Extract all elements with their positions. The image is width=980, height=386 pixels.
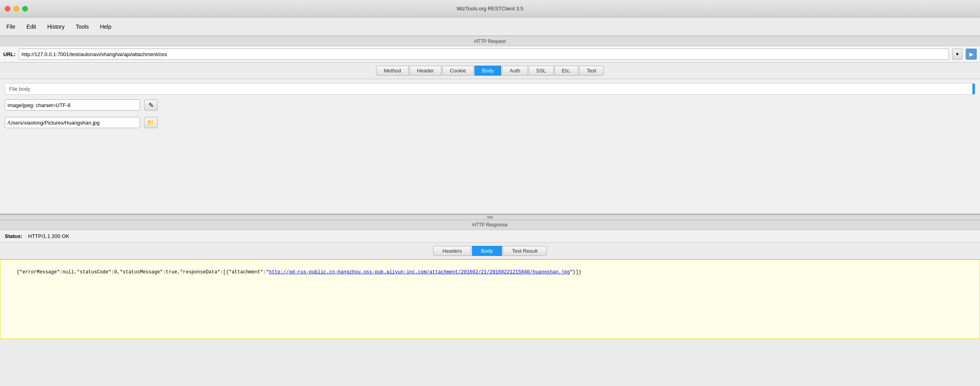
resize-divider[interactable] [0,214,980,220]
tab-etc[interactable]: Etc. [554,66,578,76]
tab-body[interactable]: Body [474,66,502,76]
status-value: HTTP/1.1 200 OK [28,233,69,239]
menu-help[interactable]: Help [95,22,116,31]
request-section-label: HTTP Request [0,36,980,46]
tab-ssl[interactable]: SSL [529,66,554,76]
menu-edit[interactable]: Edit [22,22,41,31]
title-bar: WizTools.org RESTClient 3.5 [0,0,980,18]
app-title: WizTools.org RESTClient 3.5 [457,6,523,12]
file-body-label: File body [5,83,975,95]
minimize-button[interactable] [14,6,19,12]
resp-tab-test-result[interactable]: Test Result [503,246,547,256]
folder-icon: 📁 [147,119,155,127]
file-path-row: 📁 [5,117,975,128]
response-body-suffix: "}]} [570,269,582,275]
response-body-link[interactable]: http://gd-rus-public.cn-hangzhou.oss-pub… [269,269,570,275]
response-section-label: HTTP Response [0,220,980,230]
request-tab-bar: Method Header Cookie Body Auth SSL Etc. … [0,62,980,79]
content-type-input[interactable] [5,99,140,111]
response-body: {"errorMessage":null,"statusCode":0,"sta… [0,259,980,339]
edit-content-type-button[interactable]: ✎ [144,99,158,111]
chevron-down-icon: ▼ [955,52,960,57]
edit-icon: ✎ [148,101,154,109]
tab-test[interactable]: Test [579,66,604,76]
response-tab-bar: Headers Body Test Result [0,243,980,259]
tab-method[interactable]: Method [376,66,408,76]
tab-cookie[interactable]: Cookie [442,66,473,76]
go-button[interactable]: ▶ [966,49,977,60]
menu-bar: File Edit History Tools Help [0,18,980,36]
menu-history[interactable]: History [43,22,70,31]
divider-handle-icon [487,216,493,218]
url-bar: URL: ▼ ▶ [0,46,980,62]
tab-header[interactable]: Header [410,66,442,76]
resp-tab-headers[interactable]: Headers [433,246,471,256]
status-bar: Status: HTTP/1.1 200 OK [0,230,980,243]
request-body-area: File body ✎ 📁 [0,79,980,214]
tab-auth[interactable]: Auth [502,66,528,76]
response-body-prefix: {"errorMessage":null,"statusCode":0,"sta… [17,269,269,275]
blue-accent-bar [972,84,975,94]
resp-tab-body[interactable]: Body [472,246,502,256]
status-label: Status: [5,233,22,239]
file-body-text: File body [9,86,30,92]
close-button[interactable] [5,6,10,12]
browse-file-button[interactable]: 📁 [144,117,158,128]
traffic-lights [5,6,28,12]
menu-file[interactable]: File [2,22,20,31]
url-input[interactable] [19,49,949,60]
response-section: HTTP Response Status: HTTP/1.1 200 OK He… [0,220,980,339]
menu-tools[interactable]: Tools [71,22,94,31]
url-label: URL: [3,51,16,57]
go-icon: ▶ [969,51,974,57]
content-type-row: ✎ [5,99,975,111]
file-path-input[interactable] [5,117,140,128]
maximize-button[interactable] [22,6,28,12]
url-dropdown-button[interactable]: ▼ [952,49,962,60]
